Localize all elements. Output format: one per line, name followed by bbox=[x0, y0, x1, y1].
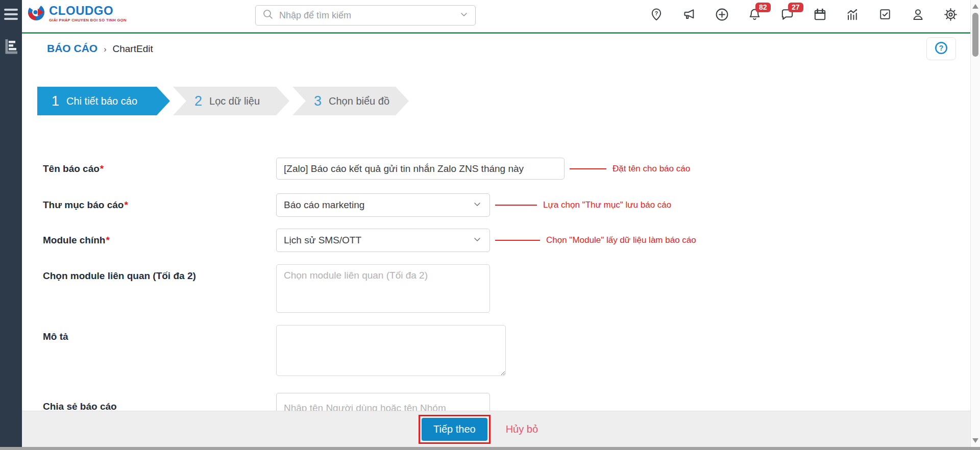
form-row-description: Mô tả bbox=[22, 325, 968, 376]
required-asterisk: * bbox=[100, 163, 104, 174]
vertical-scrollbar[interactable] bbox=[970, 0, 980, 447]
main-module-select[interactable]: Lịch sử SMS/OTT bbox=[276, 229, 490, 252]
description-textarea[interactable] bbox=[276, 325, 506, 376]
field-label: Thư mục báo cáo* bbox=[43, 199, 276, 211]
field-label: Mô tả bbox=[43, 325, 276, 342]
add-new-icon[interactable] bbox=[714, 7, 729, 22]
annotation-report-folder: Lựa chọn "Thư mục" lưu báo cáo bbox=[495, 200, 671, 210]
help-circle-icon: ? bbox=[934, 41, 948, 57]
top-bar: CLOUDGO GIẢI PHÁP CHUYỂN ĐỔI SỐ TINH GỌN… bbox=[22, 0, 970, 34]
chevron-down-icon bbox=[472, 199, 482, 212]
field-label: Chọn module liên quan (Tối đa 2) bbox=[43, 264, 276, 282]
tasks-icon[interactable] bbox=[877, 7, 893, 22]
breadcrumb-bar: BÁO CÁO › ChartEdit ? bbox=[22, 35, 970, 64]
required-asterisk: * bbox=[106, 235, 109, 245]
settings-icon[interactable] bbox=[943, 7, 958, 22]
step-number: 1 bbox=[52, 93, 59, 109]
svg-text:?: ? bbox=[939, 44, 944, 52]
breadcrumb-section[interactable]: BÁO CÁO bbox=[47, 42, 97, 55]
annotation-connector-line bbox=[495, 205, 537, 206]
step-tab-1-chi-tiet-bao-cao[interactable]: 1 Chi tiết báo cáo bbox=[37, 87, 170, 115]
left-sidebar bbox=[0, 0, 22, 450]
footer-action-bar: Tiếp theo Hủy bỏ bbox=[22, 411, 970, 447]
step-label: Lọc dữ liệu bbox=[209, 95, 260, 107]
calendar-icon[interactable] bbox=[812, 7, 827, 22]
scrollbar-up-arrow-icon[interactable] bbox=[972, 4, 978, 9]
report-bars-icon[interactable] bbox=[4, 38, 19, 57]
brand-tagline: GIẢI PHÁP CHUYỂN ĐỔI SỐ TINH GỌN bbox=[49, 18, 127, 22]
search-chevron-down-icon[interactable] bbox=[459, 9, 469, 21]
annotation-main-module: Chọn "Module" lấy dữ liệu làm báo cáo bbox=[495, 235, 696, 245]
report-detail-form: Tên báo cáo* Đặt tên cho báo cáo Thư mục… bbox=[22, 158, 968, 423]
notifications-icon[interactable]: 82 bbox=[747, 7, 762, 22]
announcement-icon[interactable] bbox=[681, 7, 697, 22]
annotation-connector-line bbox=[570, 168, 606, 169]
location-help-icon[interactable]: ? bbox=[649, 7, 664, 22]
app-window: CLOUDGO GIẢI PHÁP CHUYỂN ĐỔI SỐ TINH GỌN… bbox=[0, 0, 980, 450]
form-row-related-modules: Chọn module liên quan (Tối đa 2) bbox=[22, 264, 968, 313]
logo-text: CLOUDGO GIẢI PHÁP CHUYỂN ĐỔI SỐ TINH GỌN bbox=[49, 4, 127, 22]
global-search bbox=[255, 5, 476, 26]
annotation-connector-line bbox=[495, 240, 540, 241]
cloudgo-logo-icon bbox=[27, 3, 45, 24]
hamburger-menu-icon[interactable] bbox=[4, 9, 18, 22]
required-asterisk: * bbox=[124, 199, 128, 210]
app-logo[interactable]: CLOUDGO GIẢI PHÁP CHUYỂN ĐỔI SỐ TINH GỌN bbox=[27, 3, 127, 24]
annotation-highlight-box: Tiếp theo bbox=[419, 415, 491, 444]
brand-name: CLOUDGO bbox=[49, 4, 127, 17]
search-input[interactable] bbox=[279, 10, 454, 21]
step-tab-2-loc-du-lieu[interactable]: 2 Lọc dữ liệu bbox=[173, 87, 289, 115]
scrollbar-thumb[interactable] bbox=[972, 13, 978, 57]
field-label: Chia sẻ báo cáo bbox=[43, 393, 276, 412]
related-modules-multiselect[interactable] bbox=[276, 264, 490, 313]
report-folder-select[interactable]: Báo cáo marketing bbox=[276, 193, 490, 217]
main-content: 1 Chi tiết báo cáo 2 Lọc dữ liệu 3 Chọn … bbox=[22, 64, 968, 447]
step-number: 2 bbox=[194, 93, 202, 109]
form-row-report-folder: Thư mục báo cáo* Báo cáo marketing Lựa c… bbox=[22, 193, 968, 217]
form-row-main-module: Module chính* Lịch sử SMS/OTT Chọn "Modu… bbox=[22, 229, 968, 252]
header-icon-row: ? 82 27 bbox=[649, 7, 958, 22]
breadcrumb-page: ChartEdit bbox=[113, 43, 153, 55]
profile-icon[interactable] bbox=[910, 7, 925, 22]
messages-icon[interactable]: 27 bbox=[779, 7, 795, 22]
wizard-steps: 1 Chi tiết báo cáo 2 Lọc dữ liệu 3 Chọn … bbox=[37, 87, 968, 115]
annotation-report-name: Đặt tên cho báo cáo bbox=[570, 164, 690, 174]
selected-value: Báo cáo marketing bbox=[284, 199, 364, 211]
step-tab-3-chon-bieu-do[interactable]: 3 Chọn biểu đồ bbox=[292, 87, 409, 115]
report-name-input[interactable] bbox=[276, 158, 565, 180]
selected-value: Lịch sử SMS/OTT bbox=[284, 235, 361, 246]
step-label: Chọn biểu đồ bbox=[329, 95, 389, 107]
next-button[interactable]: Tiếp theo bbox=[422, 418, 487, 441]
breadcrumb-separator: › bbox=[104, 45, 106, 54]
window-bottom-edge bbox=[0, 447, 980, 450]
step-number: 3 bbox=[314, 93, 322, 109]
messages-badge: 27 bbox=[788, 3, 803, 12]
reports-icon[interactable] bbox=[845, 7, 860, 22]
field-label: Module chính* bbox=[43, 235, 276, 246]
step-label: Chi tiết báo cáo bbox=[66, 95, 137, 107]
notifications-badge: 82 bbox=[755, 3, 771, 12]
search-icon bbox=[262, 8, 274, 22]
form-row-report-name: Tên báo cáo* Đặt tên cho báo cáo bbox=[22, 158, 968, 180]
breadcrumb: BÁO CÁO › ChartEdit bbox=[47, 42, 153, 55]
chevron-down-icon bbox=[472, 234, 482, 247]
scrollbar-down-arrow-icon[interactable] bbox=[972, 438, 978, 443]
help-button[interactable]: ? bbox=[926, 37, 956, 60]
field-label: Tên báo cáo* bbox=[43, 163, 276, 174]
svg-text:?: ? bbox=[655, 10, 658, 16]
cancel-button[interactable]: Hủy bỏ bbox=[506, 423, 538, 435]
